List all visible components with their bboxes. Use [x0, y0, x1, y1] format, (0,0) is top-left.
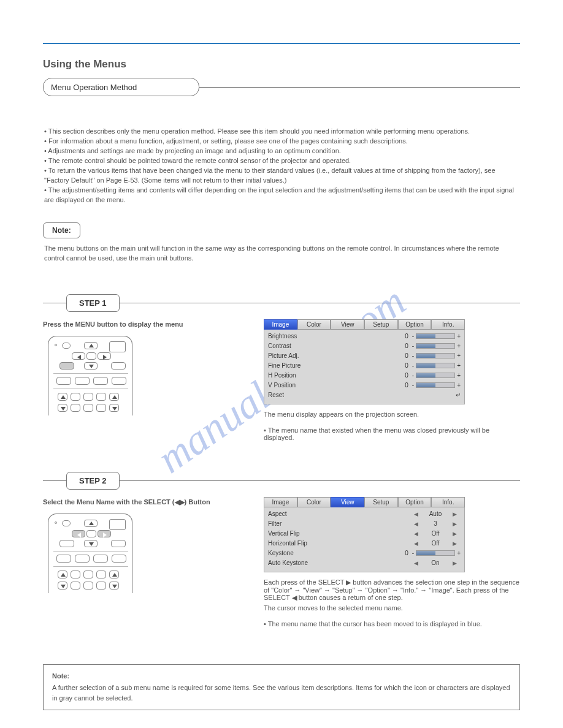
page-title: Using the Menus: [43, 53, 520, 72]
note-text: The menu buttons on the main unit will f…: [43, 238, 520, 264]
slider-icon: -+: [412, 333, 461, 339]
triangle-right-icon: ▶: [449, 521, 461, 527]
osd-tab-setup: Setup: [364, 497, 398, 507]
step-label: STEP 1: [66, 294, 120, 312]
note-label: Note:: [43, 222, 80, 238]
triangle-right-icon: ▶: [449, 540, 461, 547]
step2-sub: The cursor moves to the selected menu na…: [264, 604, 520, 612]
osd-row-value: On: [422, 559, 449, 566]
osd-row-value: Off: [422, 530, 449, 537]
osd-row-value: 0: [400, 343, 412, 349]
osd-row-label: H Position: [268, 372, 400, 379]
slider-icon: -+: [412, 372, 461, 379]
osd-tab-image: Image: [264, 319, 297, 330]
intro-line: [199, 87, 520, 88]
step-line: [43, 480, 66, 481]
osd-tab-info: Info.: [431, 497, 465, 507]
osd1-caption: The menu display appears on the projecti…: [264, 411, 520, 418]
triangle-left-icon: ◀: [410, 560, 422, 566]
osd2-bullet: • The menu name that the cursor has been…: [264, 620, 520, 628]
triangle-right-icon: ▶: [449, 531, 461, 537]
triangle-left-icon: ◀: [410, 511, 422, 517]
osd-row-label: V Position: [268, 382, 400, 389]
intro-para: • To return the various items that have …: [44, 166, 519, 186]
osd-tab-color: Color: [297, 319, 331, 330]
step-line: [43, 303, 66, 303]
step2-caption: Each press of the SELECT ▶ button advanc…: [264, 578, 520, 602]
osd-row-label: Brightness: [268, 333, 400, 339]
triangle-left-icon: ◀: [410, 521, 422, 527]
slider-icon: -+: [412, 352, 461, 359]
intro-para: • This section describes only the menu o…: [44, 127, 519, 137]
osd-row-label: Horizontal Flip: [268, 540, 410, 547]
osd-tab-view: View: [331, 497, 364, 507]
intro-text: • This section describes only the menu o…: [43, 121, 520, 211]
osd-image-menu: Image Color View Setup Option Info. Brig…: [264, 319, 465, 404]
osd-row-label: Filter: [268, 520, 410, 527]
osd-row-value: Auto: [422, 510, 449, 517]
osd-row-value: Off: [422, 540, 449, 547]
intro-para: • Adjustments and settings are made by p…: [44, 146, 519, 156]
osd-row-value: 0: [400, 382, 412, 389]
intro-para: • For information about a menu function,…: [44, 137, 519, 146]
osd-view-menu: Image Color View Setup Option Info. Aspe…: [264, 497, 465, 572]
slider-icon: -+: [412, 550, 461, 556]
osd-row-label: Contrast: [268, 343, 400, 349]
osd-row-label: Fine Picture: [268, 362, 400, 369]
osd-reset: Reset: [268, 392, 405, 398]
triangle-right-icon: ▶: [449, 560, 461, 566]
triangle-left-icon: ◀: [410, 531, 422, 537]
slider-icon: -+: [412, 343, 461, 349]
remote-diagram: [48, 514, 132, 593]
osd1-bullet: • The menu name that existed when the me…: [264, 427, 520, 441]
slider-icon: -+: [412, 362, 461, 369]
osd-row-label: Aspect: [268, 510, 410, 517]
osd-row-value: 0: [400, 352, 412, 359]
osd-row-value: 0: [400, 362, 412, 369]
osd-tab-color: Color: [297, 497, 331, 507]
osd-row-label: Vertical Flip: [268, 530, 410, 537]
osd-row-value: 0: [400, 550, 412, 556]
note-header: Note:: [52, 671, 511, 681]
intro-capsule: Menu Operation Method: [43, 78, 199, 96]
step-line: [120, 480, 520, 481]
intro-para: • The adjustment/setting items and conte…: [44, 186, 519, 205]
osd-row-label: Keystone: [268, 550, 400, 556]
step-line: [120, 303, 520, 303]
osd-row-value: 0: [400, 372, 412, 379]
osd-row-value: 0: [400, 333, 412, 339]
osd-row-label: Auto Keystone: [268, 559, 410, 566]
osd-row-value: 3: [422, 520, 449, 527]
osd-tab-image: Image: [264, 497, 297, 507]
remote-diagram: [48, 336, 132, 415]
step-label: STEP 2: [66, 472, 120, 490]
note-box: Note: A further selection of a sub menu …: [43, 664, 520, 710]
osd-tab-view: View: [331, 319, 364, 330]
triangle-right-icon: ▶: [449, 511, 461, 517]
osd-tab-option: Option: [398, 497, 432, 507]
osd-row-label: Picture Adj.: [268, 352, 400, 359]
osd-tab-info: Info.: [431, 319, 465, 330]
step2-heading: Select the Menu Name with the SELECT (◀▶…: [43, 497, 245, 507]
triangle-left-icon: ◀: [410, 540, 422, 547]
slider-icon: -+: [412, 382, 461, 389]
intro-para: • The remote control should be pointed t…: [44, 156, 519, 166]
osd-tab-option: Option: [398, 319, 432, 330]
step1-heading: Press the MENU button to display the men…: [43, 319, 245, 330]
note-body: A further selection of a sub menu name i…: [52, 684, 510, 702]
osd-tab-setup: Setup: [364, 319, 398, 330]
section-divider: [43, 43, 520, 44]
